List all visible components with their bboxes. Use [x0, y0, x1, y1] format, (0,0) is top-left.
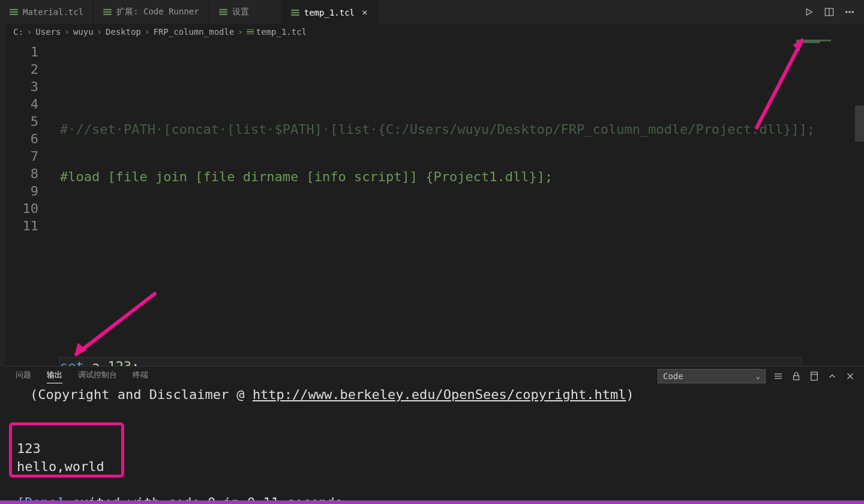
scrollbar-thumb[interactable] — [855, 106, 864, 142]
code-comment: #load [file join [file dirname [info scr… — [60, 169, 553, 184]
breadcrumb-seg[interactable]: C: — [13, 27, 23, 37]
output-text: ) — [626, 387, 634, 402]
breadcrumb[interactable]: C:› Users› wuyu› Desktop› FRP_column_mod… — [0, 24, 864, 40]
tab-label: temp_1.tcl — [304, 8, 355, 17]
output-body[interactable]: (Copyright and Disclaimer @ http://www.b… — [17, 386, 852, 504]
panel-actions: Code ⌄ — [658, 367, 856, 386]
annotation-highlight-output — [9, 422, 124, 478]
close-icon[interactable] — [845, 371, 856, 382]
output-line: 123 — [17, 440, 852, 458]
tcl-file-icon — [10, 8, 18, 16]
extension-icon — [103, 8, 112, 16]
panel-tab-debug[interactable]: 调试控制台 — [78, 370, 117, 383]
code-editor[interactable]: 123 456 789 1011 #·//set·PATH·[concat·[l… — [5, 40, 864, 366]
tab-material[interactable]: Material.tcl — [0, 0, 94, 24]
tab-bar: Material.tcl 扩展: Code Runner 设置 temp_1.t… — [0, 0, 864, 24]
tab-settings[interactable]: 设置 — [209, 0, 281, 24]
breadcrumb-seg[interactable]: Users — [35, 27, 61, 37]
vertical-scrollbar[interactable] — [855, 40, 864, 362]
activity-bar-stub — [0, 24, 5, 366]
clear-icon[interactable] — [809, 371, 820, 382]
close-icon[interactable]: × — [362, 8, 368, 17]
breadcrumb-seg[interactable]: Desktop — [106, 27, 141, 37]
output-text: (Copyright and Disclaimer @ — [30, 387, 253, 402]
select-value: Code — [663, 371, 683, 381]
list-icon[interactable] — [773, 371, 784, 382]
svg-point-3 — [846, 11, 847, 13]
breadcrumb-seg[interactable]: temp_1.tcl — [256, 27, 307, 37]
panel-tab-problems[interactable]: 问题 — [16, 370, 31, 383]
chevron-down-icon: ⌄ — [756, 372, 760, 380]
tab-label: Material.tcl — [23, 7, 83, 17]
tab-temp1-active[interactable]: temp_1.tcl × — [281, 0, 378, 24]
output-link[interactable]: http://www.berkeley.edu/OpenSees/copyrig… — [253, 387, 626, 402]
bottom-panel: 问题 输出 调试控制台 终端 Code ⌄ (Copyright and Dis… — [5, 366, 864, 504]
tcl-file-icon — [291, 8, 299, 17]
output-channel-select[interactable]: Code ⌄ — [658, 369, 766, 383]
tab-actions — [794, 0, 864, 24]
panel-tab-terminal[interactable]: 终端 — [133, 370, 148, 383]
more-icon[interactable] — [844, 6, 856, 18]
panel-tabs: 问题 输出 调试控制台 终端 Code ⌄ — [5, 367, 864, 386]
run-icon[interactable] — [803, 6, 815, 18]
svg-marker-0 — [806, 9, 812, 16]
tab-coderunner-ext[interactable]: 扩展: Code Runner — [94, 0, 209, 24]
breadcrumb-seg[interactable]: FRP_column_modle — [154, 27, 235, 37]
tab-label: 扩展: Code Runner — [116, 7, 199, 17]
chevron-up-icon[interactable] — [827, 371, 838, 382]
svg-point-5 — [852, 11, 853, 13]
code-comment: #·//set·PATH·[concat·[list·$PATH]·[list·… — [60, 122, 815, 137]
lock-icon[interactable] — [791, 371, 802, 382]
output-line: hello,world — [17, 458, 852, 476]
tab-label: 设置 — [232, 7, 249, 17]
line-gutter: 123 456 789 1011 — [5, 40, 47, 235]
panel-tab-output[interactable]: 输出 — [47, 370, 62, 383]
split-editor-icon[interactable] — [823, 6, 835, 18]
svg-rect-9 — [794, 376, 799, 380]
svg-rect-10 — [811, 372, 818, 380]
minimap[interactable]: ████████████████████████████████ ███████… — [796, 40, 853, 47]
status-bar — [0, 500, 864, 504]
breadcrumb-seg[interactable]: wuyu — [73, 27, 94, 37]
tcl-file-icon — [247, 28, 254, 35]
svg-point-4 — [849, 11, 850, 13]
settings-icon — [219, 8, 227, 16]
